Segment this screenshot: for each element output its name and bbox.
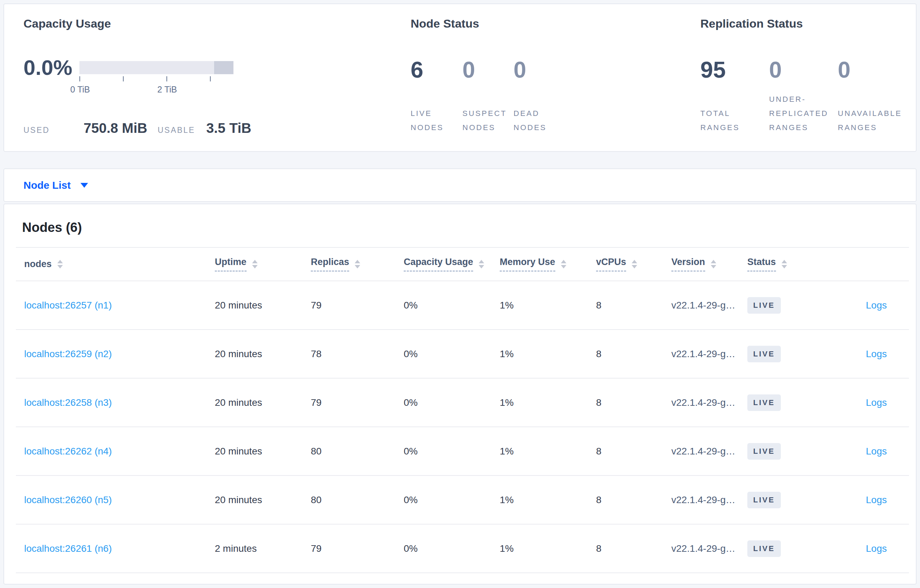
status-badge: LIVE	[747, 394, 781, 411]
capacity-bar-chart: 0 TiB 2 TiB	[79, 61, 233, 100]
column-header-vcpus[interactable]: vCPUs	[596, 257, 671, 271]
unavailable-label: UNAVAILABLE RANGES	[838, 106, 918, 134]
vcpus-cell: 8	[596, 446, 671, 457]
uptime-cell: 20 minutes	[215, 494, 311, 506]
axis-tick	[167, 76, 167, 81]
column-header-status[interactable]: Status	[747, 257, 840, 271]
memory-use-cell: 1%	[500, 543, 596, 554]
node-link[interactable]: localhost:26260 (n5)	[24, 494, 112, 505]
total-ranges-metric: 95 TOTAL RANGES	[700, 58, 769, 134]
table-row: localhost:26258 (n3) 20 minutes 79 0% 1%…	[16, 378, 909, 427]
view-selector-bar: Node List	[3, 168, 917, 202]
live-nodes-metric: 6 LIVE NODES	[411, 58, 462, 134]
logs-link[interactable]: Logs	[866, 349, 887, 359]
table-row: localhost:26260 (n5) 20 minutes 80 0% 1%…	[16, 476, 909, 525]
axis-tick	[123, 76, 124, 81]
logs-link[interactable]: Logs	[866, 397, 887, 408]
column-header-replicas[interactable]: Replicas	[311, 257, 404, 271]
total-ranges-label: TOTAL RANGES	[700, 106, 746, 134]
vcpus-cell: 8	[596, 543, 671, 554]
memory-use-cell: 1%	[500, 397, 596, 408]
vcpus-cell: 8	[596, 494, 671, 506]
sort-icon	[479, 260, 484, 268]
usable-value: 3.5 TiB	[206, 120, 251, 136]
suspect-nodes-metric: 0 SUSPECT NODES	[462, 58, 513, 134]
suspect-nodes-count: 0	[462, 58, 513, 82]
nodes-table-card: Nodes (6) nodes Uptime Replicas Capacity…	[3, 204, 917, 585]
node-link[interactable]: localhost:26261 (n6)	[24, 543, 112, 554]
capacity-usage-cell: 0%	[404, 300, 500, 311]
uptime-cell: 20 minutes	[215, 397, 311, 408]
table-row: localhost:26257 (n1) 20 minutes 79 0% 1%…	[16, 281, 909, 330]
under-replicated-count: 0	[769, 58, 838, 82]
version-cell: v22.1.4-29-g…	[671, 300, 747, 311]
capacity-usage-section: Capacity Usage 0.0% 0 TiB 2 TiB	[23, 16, 251, 136]
version-cell: v22.1.4-29-g…	[671, 494, 747, 506]
version-cell: v22.1.4-29-g…	[671, 397, 747, 408]
status-badge: LIVE	[747, 540, 781, 557]
capacity-axis: 0 TiB 2 TiB	[79, 76, 233, 100]
version-cell: v22.1.4-29-g…	[671, 349, 747, 360]
capacity-usage-title: Capacity Usage	[23, 16, 251, 31]
column-header-memory-use[interactable]: Memory Use	[500, 257, 596, 271]
node-link[interactable]: localhost:26258 (n3)	[24, 397, 112, 408]
vcpus-cell: 8	[596, 349, 671, 360]
table-body: localhost:26257 (n1) 20 minutes 79 0% 1%…	[16, 281, 909, 573]
column-header-nodes[interactable]: nodes	[16, 259, 215, 270]
nodes-table-title: Nodes (6)	[22, 220, 916, 235]
logs-link[interactable]: Logs	[866, 446, 887, 457]
memory-use-cell: 1%	[500, 446, 596, 457]
total-ranges-count: 95	[700, 58, 769, 82]
unavailable-count: 0	[838, 58, 918, 82]
unavailable-ranges-metric: 0 UNAVAILABLE RANGES	[838, 58, 918, 134]
logs-link[interactable]: Logs	[866, 543, 887, 554]
used-value: 750.8 MiB	[84, 120, 147, 136]
capacity-bar-reserved-segment	[214, 61, 233, 74]
node-list-dropdown[interactable]: Node List	[23, 179, 88, 191]
version-cell: v22.1.4-29-g…	[671, 543, 747, 554]
status-badge: LIVE	[747, 297, 781, 314]
sort-icon	[632, 260, 637, 268]
node-link[interactable]: localhost:26259 (n2)	[24, 349, 112, 359]
vcpus-cell: 8	[596, 397, 671, 408]
replicas-cell: 80	[311, 446, 404, 457]
axis-tick-label: 0 TiB	[70, 84, 90, 95]
logs-link[interactable]: Logs	[866, 494, 887, 505]
usable-label: USABLE	[157, 126, 195, 135]
table-header-row: nodes Uptime Replicas Capacity Usage Mem…	[16, 247, 909, 281]
capacity-bar-track	[79, 61, 233, 74]
capacity-used-percent: 0.0%	[23, 56, 70, 80]
capacity-usage-cell: 0%	[404, 446, 500, 457]
node-link[interactable]: localhost:26257 (n1)	[24, 300, 112, 310]
memory-use-cell: 1%	[500, 300, 596, 311]
axis-tick	[210, 76, 211, 81]
column-header-capacity-usage[interactable]: Capacity Usage	[404, 257, 500, 271]
sort-icon	[782, 260, 787, 268]
capacity-usage-chart: 0.0% 0 TiB 2 TiB	[23, 56, 251, 100]
axis-tick-label: 2 TiB	[157, 84, 177, 95]
node-status-section: Node Status 6 LIVE NODES 0 SUSPECT NODES…	[411, 16, 559, 134]
sort-icon	[355, 260, 360, 268]
under-replicated-label: UNDER-REPLICATED RANGES	[769, 92, 838, 134]
sort-icon	[57, 260, 63, 268]
uptime-cell: 20 minutes	[215, 300, 311, 311]
cluster-overview-page: Capacity Usage 0.0% 0 TiB 2 TiB	[0, 0, 920, 588]
memory-use-cell: 1%	[500, 494, 596, 506]
replication-metrics: 95 TOTAL RANGES 0 UNDER-REPLICATED RANGE…	[700, 58, 918, 134]
node-status-metrics: 6 LIVE NODES 0 SUSPECT NODES 0 DEAD NODE…	[411, 58, 559, 134]
capacity-stats-row: USED 750.8 MiB USABLE 3.5 TiB	[23, 120, 251, 136]
replicas-cell: 80	[311, 494, 404, 506]
replicas-cell: 79	[311, 543, 404, 554]
memory-use-cell: 1%	[500, 349, 596, 360]
dead-nodes-label: DEAD NODES	[513, 106, 559, 134]
logs-link[interactable]: Logs	[866, 300, 887, 310]
cluster-summary-panel: Capacity Usage 0.0% 0 TiB 2 TiB	[3, 3, 917, 152]
status-badge: LIVE	[747, 443, 781, 460]
column-header-version[interactable]: Version	[671, 257, 747, 271]
replication-status-section: Replication Status 95 TOTAL RANGES 0 UND…	[700, 16, 918, 134]
replicas-cell: 79	[311, 300, 404, 311]
capacity-usage-cell: 0%	[404, 494, 500, 506]
column-header-uptime[interactable]: Uptime	[215, 257, 311, 271]
uptime-cell: 20 minutes	[215, 446, 311, 457]
node-link[interactable]: localhost:26262 (n4)	[24, 446, 112, 457]
